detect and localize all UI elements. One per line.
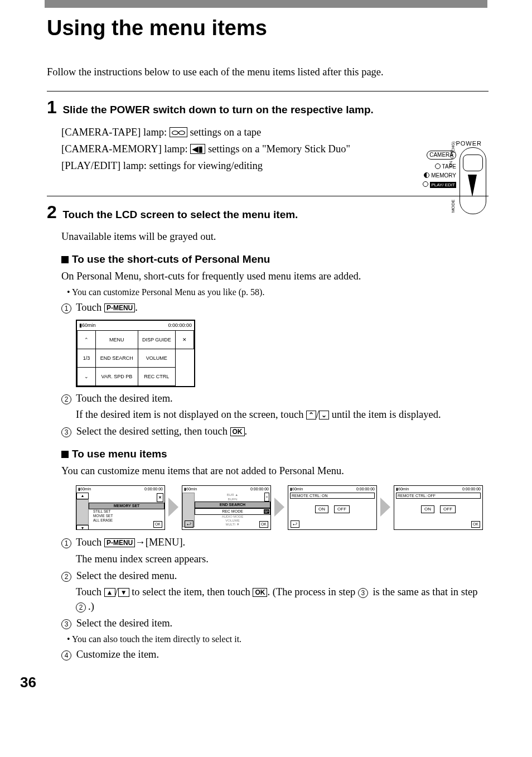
menu-step-1-sub: The menu index screen appears.: [76, 552, 489, 567]
circled-3-icon: 3: [61, 619, 71, 629]
circled-3-icon: 3: [61, 427, 71, 437]
divider: [47, 91, 489, 91]
page-title: Using the menu items: [47, 13, 489, 43]
flow-arrow-icon: [274, 485, 284, 529]
flow-screen-3: 3 ▮60min0:00:00:00 REMOTE CTRL: ON ON OF…: [288, 485, 377, 530]
var-spd-pb-button[interactable]: VAR. SPD PB: [96, 367, 138, 385]
page-up-button[interactable]: ⌃: [78, 330, 96, 349]
circled-1-icon: 1: [61, 538, 71, 548]
menu-button[interactable]: MENU: [96, 330, 138, 349]
timecode: 0:00:00:00: [168, 322, 192, 329]
shortcuts-desc: On Personal Menu, short-cuts for frequen…: [61, 269, 489, 284]
substep-3: 3 Select the desired setting, then touch…: [61, 425, 489, 439]
step-2: 2 Touch the LCD screen to select the men…: [47, 200, 489, 663]
back-button[interactable]: ⮐: [291, 520, 299, 528]
menu-step-2: 2 Select the desired menu.: [61, 569, 489, 584]
menu-step-1: 1 Touch P-MENU→[MENU].: [61, 536, 489, 550]
circled-2-icon: 2: [61, 572, 71, 582]
menu-step-4: 4 Customize the item.: [61, 648, 489, 662]
battery-indicator: ▮60min: [79, 322, 96, 329]
square-bullet-icon: [61, 256, 69, 263]
power-label: POWER: [456, 139, 482, 148]
shortcuts-heading: To use the short-cuts of Personal Menu: [61, 252, 489, 267]
menu-step-2-sub: Touch ▲/▼ to select the item, then touch…: [76, 585, 489, 614]
ok-button[interactable]: OK: [259, 521, 268, 528]
circled-3-icon: 3: [358, 588, 368, 598]
ok-button[interactable]: OK: [471, 521, 480, 528]
step-number-2: 2: [47, 200, 57, 225]
substep-1: 1 Touch P-MENU.: [61, 301, 489, 315]
end-search-button[interactable]: END SEARCH: [96, 349, 138, 367]
ok-button[interactable]: OK: [230, 427, 245, 436]
substep-2-note: If the desired item is not displayed on …: [76, 408, 489, 422]
page-content: Using the menu items Follow the instruct…: [0, 13, 532, 693]
personal-menu-screenshot: ▮60min 0:00:00:00 ⌃ MENU DISP GUIDE ✕ 1/…: [76, 320, 195, 387]
customize-bullet: You can customize Personal Menu as you l…: [67, 286, 489, 298]
flow-arrow-icon: [380, 485, 390, 529]
step-2-heading: Touch the LCD screen to select the menu …: [62, 209, 298, 220]
rec-ctrl-button[interactable]: REC CTRL: [138, 367, 175, 385]
down-icon[interactable]: ▼: [118, 588, 129, 597]
off-button[interactable]: OFF: [334, 505, 350, 513]
circled-2-icon: 2: [76, 602, 86, 613]
mode-label: MODE: [450, 199, 456, 213]
back-button[interactable]: ⮐: [185, 520, 194, 528]
on-label: ON: [448, 161, 454, 168]
menu-flow: 1 ▮60min0:00:00:00 ▲ ▼ ✕ MEMORY SET ST: [76, 485, 489, 530]
down-arrow-icon: [468, 175, 477, 197]
close-button[interactable]: ✕: [176, 330, 194, 349]
volume-button[interactable]: VOLUME: [138, 349, 175, 367]
grayed-out-note: Unavailable items will be grayed out.: [61, 230, 489, 244]
circled-1-icon: 1: [61, 303, 71, 314]
memory-icon: ◀▮: [190, 144, 205, 154]
menu-items-desc: You can customize menu items that are no…: [61, 464, 489, 479]
switch-knob: [463, 155, 483, 171]
step-1: 1 Slide the POWER switch down to turn on…: [47, 95, 489, 173]
header-bar: [45, 0, 487, 8]
substep-2: 2 Touch the desired item.: [61, 392, 489, 406]
on-button[interactable]: ON: [315, 505, 328, 513]
off-button[interactable]: OFF: [440, 505, 456, 513]
end-search-item[interactable]: END SEARCH: [195, 502, 270, 508]
play-edit-label: PLAY/ EDIT: [430, 182, 456, 188]
page-down-button[interactable]: ⌄: [78, 367, 96, 385]
menu-step-3: 3 Select the desired item.: [61, 616, 489, 631]
ok-button[interactable]: OK: [253, 588, 267, 597]
circled-4-icon: 4: [61, 650, 71, 660]
step-1-heading: Slide the POWER switch down to turn on t…: [62, 104, 373, 115]
pmenu-button[interactable]: P-MENU: [104, 303, 135, 312]
up-dbl-icon[interactable]: ⌃: [306, 411, 316, 420]
power-switch[interactable]: (CHG) OFF ON MODE: [460, 147, 486, 214]
play-edit-line: [PLAY/EDIT] lamp: settings for viewing/e…: [61, 159, 362, 173]
disp-guide-button[interactable]: DISP GUIDE: [138, 330, 175, 349]
memory-label: MEMORY: [431, 172, 456, 179]
on-button[interactable]: ON: [421, 505, 434, 513]
power-switch-illustration: POWER CAMERA TAPE MEMORY PLAY/ EDIT (CHG…: [385, 146, 489, 227]
tape-icon: ⬭⬭: [170, 127, 187, 137]
up-icon[interactable]: ▲: [104, 588, 115, 597]
intro-text: Follow the instructions below to use eac…: [47, 65, 489, 80]
off-label: OFF: [449, 150, 455, 159]
page-indicator: 1/3: [78, 349, 96, 367]
ok-button[interactable]: OK: [153, 521, 162, 528]
flow-screen-1: 1 ▮60min0:00:00:00 ▲ ▼ ✕ MEMORY SET ST: [76, 485, 165, 530]
camera-memory-line: [CAMERA-MEMORY] lamp: ◀▮ settings on a "…: [61, 142, 362, 157]
circled-2-icon: 2: [61, 394, 71, 404]
flow-screen-2: 2 ▮60min0:00:00:00 BUR ▲ ✕ BURN END SEAR…: [182, 485, 271, 530]
down-dbl-icon[interactable]: ⌄: [319, 411, 329, 420]
menu-items-heading: To use menu items: [61, 447, 489, 462]
flow-arrow-icon: [168, 485, 178, 529]
page-number: 36: [20, 672, 489, 692]
camera-tape-line: [CAMERA-TAPE] lamp: ⬭⬭ settings on a tap…: [61, 126, 362, 140]
square-bullet-icon: [61, 451, 69, 458]
memory-set-item[interactable]: MEMORY SET: [89, 503, 165, 509]
pmenu-button[interactable]: P-MENU: [104, 538, 135, 547]
step-number-1: 1: [47, 95, 57, 120]
flow-screen-4: 4 ▮60min0:00:00:00 REMOTE CTRL: OFF ON O…: [394, 485, 483, 530]
menu-step-3-bullet: You can also touch the item directly to …: [67, 633, 489, 645]
